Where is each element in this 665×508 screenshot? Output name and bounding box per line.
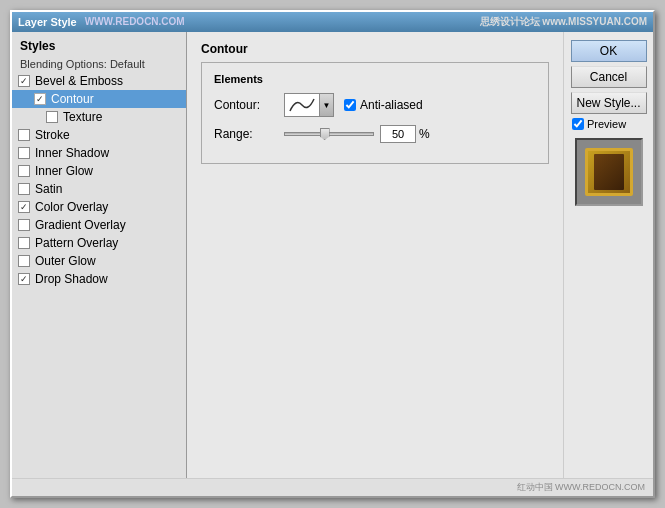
- pattern-overlay-checkbox[interactable]: [18, 237, 30, 249]
- inner-shadow-label: Inner Shadow: [35, 146, 109, 160]
- title-bar-right: 思绣设计论坛 www.MISSYUAN.COM: [480, 15, 647, 29]
- left-panel: Styles Blending Options: Default Bevel &…: [12, 32, 187, 478]
- outer-glow-label: Outer Glow: [35, 254, 96, 268]
- sidebar-item-inner-glow[interactable]: Inner Glow: [12, 162, 186, 180]
- sub-section-title: Elements: [214, 73, 536, 85]
- contour-curve-icon: [288, 96, 316, 114]
- title-bar-left: Layer Style WWW.REDOCN.COM: [18, 16, 185, 28]
- anti-alias-control[interactable]: Anti-aliased: [344, 98, 423, 112]
- sidebar-item-gradient-overlay[interactable]: Gradient Overlay: [12, 216, 186, 234]
- sidebar-item-stroke[interactable]: Stroke: [12, 126, 186, 144]
- stroke-checkbox[interactable]: [18, 129, 30, 141]
- range-label: Range:: [214, 127, 284, 141]
- contour-label: Contour: [51, 92, 94, 106]
- sidebar-item-bevel-emboss[interactable]: Bevel & Emboss: [12, 72, 186, 90]
- elements-section: Elements Contour: ▼: [201, 62, 549, 164]
- layer-style-dialog: Layer Style WWW.REDOCN.COM 思绣设计论坛 www.MI…: [10, 10, 655, 498]
- dialog-body: Styles Blending Options: Default Bevel &…: [12, 32, 653, 478]
- satin-checkbox[interactable]: [18, 183, 30, 195]
- sidebar-item-satin[interactable]: Satin: [12, 180, 186, 198]
- color-overlay-label: Color Overlay: [35, 200, 108, 214]
- new-style-button[interactable]: New Style...: [571, 92, 647, 114]
- contour-preview[interactable]: [284, 93, 320, 117]
- gradient-overlay-label: Gradient Overlay: [35, 218, 126, 232]
- cancel-button[interactable]: Cancel: [571, 66, 647, 88]
- contour-checkbox[interactable]: [34, 93, 46, 105]
- satin-label: Satin: [35, 182, 62, 196]
- styles-header: Styles: [12, 36, 186, 56]
- section-title: Contour: [201, 42, 549, 56]
- preview-label-row: Preview: [572, 118, 626, 130]
- outer-glow-checkbox[interactable]: [18, 255, 30, 267]
- title-bar-title: Layer Style: [18, 16, 77, 28]
- bevel-emboss-label: Bevel & Emboss: [35, 74, 123, 88]
- bevel-emboss-checkbox[interactable]: [18, 75, 30, 87]
- preview-box: [575, 138, 643, 206]
- contour-field-label: Contour:: [214, 98, 284, 112]
- blending-options-label: Blending Options: Default: [12, 56, 186, 72]
- sidebar-item-drop-shadow[interactable]: Drop Shadow: [12, 270, 186, 288]
- texture-checkbox[interactable]: [46, 111, 58, 123]
- inner-shadow-checkbox[interactable]: [18, 147, 30, 159]
- range-percent: %: [419, 127, 430, 141]
- range-value-input[interactable]: [380, 125, 416, 143]
- gradient-overlay-checkbox[interactable]: [18, 219, 30, 231]
- sidebar-item-pattern-overlay[interactable]: Pattern Overlay: [12, 234, 186, 252]
- contour-control: ▼ Anti-aliased: [284, 93, 423, 117]
- middle-panel: Contour Elements Contour: ▼: [187, 32, 563, 478]
- preview-checkbox[interactable]: [572, 118, 584, 130]
- drop-shadow-checkbox[interactable]: [18, 273, 30, 285]
- range-slider-thumb[interactable]: [320, 128, 330, 140]
- drop-shadow-label: Drop Shadow: [35, 272, 108, 286]
- texture-label: Texture: [63, 110, 102, 124]
- contour-dropdown-arrow[interactable]: ▼: [320, 93, 334, 117]
- preview-label-text: Preview: [587, 118, 626, 130]
- watermark: 红动中国 WWW.REDOCN.COM: [12, 478, 653, 496]
- sidebar-item-outer-glow[interactable]: Outer Glow: [12, 252, 186, 270]
- anti-alias-checkbox[interactable]: [344, 99, 356, 111]
- contour-row: Contour: ▼ Anti-aliased: [214, 93, 536, 117]
- preview-icon: [585, 148, 633, 196]
- inner-glow-label: Inner Glow: [35, 164, 93, 178]
- sidebar-item-texture[interactable]: Texture: [12, 108, 186, 126]
- inner-glow-checkbox[interactable]: [18, 165, 30, 177]
- anti-alias-label: Anti-aliased: [360, 98, 423, 112]
- range-slider-container[interactable]: [284, 126, 374, 142]
- color-overlay-checkbox[interactable]: [18, 201, 30, 213]
- range-row: Range: %: [214, 125, 536, 143]
- sidebar-item-color-overlay[interactable]: Color Overlay: [12, 198, 186, 216]
- right-panel: OK Cancel New Style... Preview: [563, 32, 653, 478]
- title-bar: Layer Style WWW.REDOCN.COM 思绣设计论坛 www.MI…: [12, 12, 653, 32]
- stroke-label: Stroke: [35, 128, 70, 142]
- title-bar-watermark-left: WWW.REDOCN.COM: [85, 16, 185, 28]
- ok-button[interactable]: OK: [571, 40, 647, 62]
- pattern-overlay-label: Pattern Overlay: [35, 236, 118, 250]
- range-slider-track: [284, 132, 374, 136]
- sidebar-item-contour[interactable]: Contour: [12, 90, 186, 108]
- sidebar-item-inner-shadow[interactable]: Inner Shadow: [12, 144, 186, 162]
